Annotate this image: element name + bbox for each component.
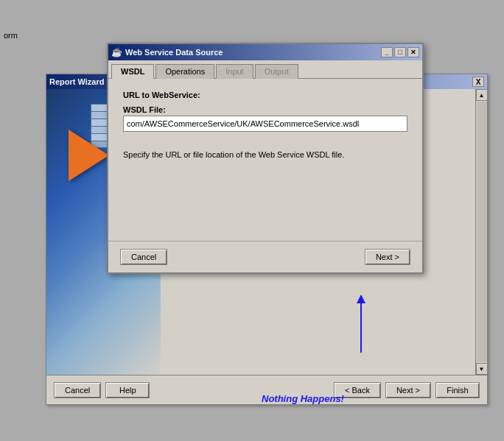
report-wizard-close-button[interactable]: X — [472, 77, 484, 87]
dialog-title-left: ☕ Web Service Data Source — [111, 47, 223, 57]
report-wizard-finish-button[interactable]: Finish — [435, 382, 480, 398]
wsdl-file-input[interactable] — [123, 116, 407, 132]
dialog-body: URL to WebService: WSDL File: Specify th… — [108, 79, 422, 241]
dialog-tabs: WSDL Operations Input Output — [108, 60, 422, 79]
scrollbar-down-button[interactable]: ▼ — [476, 363, 488, 375]
report-wizard-help-button[interactable]: Help — [105, 382, 150, 398]
tab-operations[interactable]: Operations — [155, 64, 214, 79]
background-form-text: orm — [4, 31, 18, 40]
dialog-footer: Cancel Next > — [108, 241, 422, 272]
web-service-dialog: ☕ Web Service Data Source _ □ ✕ WSDL Ope… — [107, 43, 424, 274]
report-wizard-cancel-button[interactable]: Cancel — [54, 382, 101, 398]
dialog-title-icon: ☕ — [111, 47, 122, 57]
tab-wsdl[interactable]: WSDL — [111, 64, 154, 79]
scrollbar-up-button[interactable]: ▲ — [476, 89, 488, 101]
dialog-close-button[interactable]: ✕ — [407, 47, 419, 57]
dialog-title-text: Web Service Data Source — [125, 48, 223, 57]
report-wizard-scrollbar[interactable]: ▲ ▼ — [475, 89, 487, 375]
dialog-cancel-button[interactable]: Cancel — [120, 249, 167, 265]
dialog-minimize-button[interactable]: _ — [381, 47, 393, 57]
report-wizard-title: Report Wizard — [49, 77, 104, 86]
url-label: URL to WebService: — [123, 91, 407, 99]
wsdl-file-label: WSDL File: — [123, 105, 407, 114]
dialog-titlebar: ☕ Web Service Data Source _ □ ✕ — [108, 44, 422, 60]
wizard-arrow-icon — [69, 130, 109, 181]
report-wizard-next-button[interactable]: Next > — [385, 382, 431, 398]
scrollbar-track — [477, 102, 487, 362]
tab-output[interactable]: Output — [255, 64, 298, 79]
tab-input[interactable]: Input — [216, 64, 253, 79]
dialog-maximize-button[interactable]: □ — [394, 47, 406, 57]
dialog-title-controls: _ □ ✕ — [381, 47, 419, 57]
hint-text: Specify the URL or file location of the … — [123, 149, 407, 160]
dialog-next-button[interactable]: Next > — [365, 249, 410, 265]
arrow-line — [360, 301, 362, 353]
annotation-text: Nothing Happens! — [262, 393, 344, 404]
